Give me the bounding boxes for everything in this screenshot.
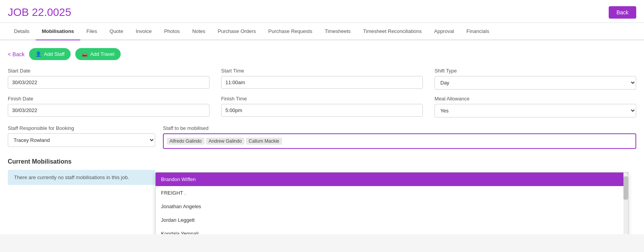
back-link[interactable]: < Back — [8, 51, 24, 57]
back-button-top[interactable]: Back — [609, 6, 636, 19]
tab-timesheet-reconciliations[interactable]: Timesheet Reconciliations — [357, 23, 428, 40]
tab-details[interactable]: Details — [8, 23, 36, 40]
dropdown-item-brandon[interactable]: Brandon Wiffen — [156, 173, 628, 186]
staff-responsible-label: Staff Responsible for Booking — [8, 125, 155, 131]
tab-purchase-requests[interactable]: Purchase Requests — [262, 23, 319, 40]
finish-date-input[interactable] — [8, 104, 209, 117]
finish-time-label: Finish Time — [221, 96, 423, 102]
staff-mobilised-label: Staff to be mobilised — [163, 125, 636, 131]
start-date-group: Start Date — [8, 68, 209, 90]
shift-type-group: Shift Type Day Night Afternoon — [435, 68, 636, 90]
no-mob-message: There are currently no staff mobilisatio… — [8, 170, 155, 185]
start-time-label: Start Time — [221, 68, 423, 74]
staff-mobilised-multiselect[interactable]: Alfredo Galindo Andrew Galindo Callum Ma… — [163, 133, 636, 149]
shift-type-label: Shift Type — [435, 68, 636, 74]
car-icon: 🚗 — [81, 51, 88, 57]
finish-date-label: Finish Date — [8, 96, 209, 102]
meal-allowance-select[interactable]: Yes No — [435, 104, 636, 117]
staff-dropdown: Brandon Wiffen FREIGHT . Jonathan Angele… — [155, 172, 628, 234]
dropdown-item-freight[interactable]: FREIGHT . — [156, 186, 628, 200]
start-time-input[interactable] — [221, 76, 423, 89]
staff-responsible-group: Staff Responsible for Booking Tracey Row… — [8, 125, 155, 149]
add-staff-button[interactable]: 👤 Add Staff — [29, 48, 71, 60]
tab-approval[interactable]: Approval — [428, 23, 460, 40]
dropdown-item-jordan[interactable]: Jordan Leggett — [156, 213, 628, 227]
meal-allowance-label: Meal Allowance — [435, 96, 636, 102]
tab-purchase-orders[interactable]: Purchase Orders — [211, 23, 262, 40]
staff-tag-andrew: Andrew Galindo — [206, 138, 244, 145]
job-title: JOB 22.0025 — [8, 6, 71, 19]
dropdown-item-jonathan[interactable]: Jonathan Angeles — [156, 200, 628, 213]
add-travel-button[interactable]: 🚗 Add Travel — [75, 48, 120, 60]
shift-type-select[interactable]: Day Night Afternoon — [435, 76, 636, 90]
tab-files[interactable]: Files — [80, 23, 103, 40]
tab-timesheets[interactable]: Timesheets — [319, 23, 357, 40]
dropdown-scrollbar[interactable] — [623, 173, 628, 234]
start-date-input[interactable] — [8, 76, 209, 89]
scrollbar-thumb — [623, 176, 628, 200]
staff-mobilised-group: Staff to be mobilised Alfredo Galindo An… — [163, 125, 636, 149]
content-area: < Back 👤 Add Staff 🚗 Add Travel Start Da… — [0, 40, 644, 234]
current-mob-title: Current Mobilisations — [8, 158, 636, 165]
start-time-group: Start Time — [221, 68, 423, 90]
tab-financials[interactable]: Financials — [460, 23, 495, 40]
staff-tag-callum: Callum Mackie — [246, 138, 282, 145]
finish-time-group: Finish Time — [221, 96, 423, 117]
tabs-bar: Details Mobilisations Files Quote Invoic… — [0, 23, 644, 40]
dropdown-item-kondala[interactable]: Kondala Yempali — [156, 227, 628, 234]
start-date-label: Start Date — [8, 68, 209, 74]
bottom-form: Staff Responsible for Booking Tracey Row… — [8, 125, 636, 149]
tab-mobilisations[interactable]: Mobilisations — [36, 23, 80, 40]
staff-tag-alfredo: Alfredo Galindo — [167, 138, 204, 145]
person-icon: 👤 — [35, 51, 42, 57]
header: JOB 22.0025 Back — [0, 0, 644, 23]
tab-quote[interactable]: Quote — [103, 23, 129, 40]
action-bar: < Back 👤 Add Staff 🚗 Add Travel — [8, 48, 636, 60]
staff-responsible-select[interactable]: Tracey Rowland — [8, 133, 155, 147]
tab-notes[interactable]: Notes — [186, 23, 211, 40]
finish-time-input[interactable] — [221, 104, 423, 117]
tab-photos[interactable]: Photos — [158, 23, 186, 40]
meal-allowance-group: Meal Allowance Yes No — [435, 96, 636, 117]
tab-invoice[interactable]: Invoice — [130, 23, 158, 40]
form-grid: Start Date Start Time Shift Type Day Nig… — [8, 68, 636, 117]
finish-date-group: Finish Date — [8, 96, 209, 117]
